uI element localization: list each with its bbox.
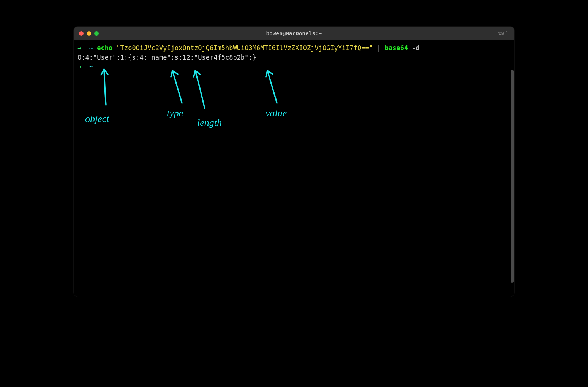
prompt-cwd: ~ [89, 63, 93, 70]
scrollbar[interactable] [509, 41, 514, 296]
command-flag: -d [412, 44, 419, 52]
prompt-arrow-icon: → [77, 44, 81, 52]
traffic-lights [74, 31, 99, 36]
command-base64: base64 [385, 44, 408, 52]
annotation-label: type [167, 108, 183, 119]
annotation-label: value [266, 108, 287, 119]
annotation-type: type [167, 71, 183, 119]
terminal-line: → ~ [77, 62, 511, 71]
tab-shortcut-hint: ⌥⌘1 [498, 30, 509, 37]
annotation-label: object [85, 113, 109, 124]
terminal-window: bowen@MacDonels:~ ⌥⌘1 → ~ echo "Tzo0OiJV… [74, 27, 514, 297]
close-icon[interactable] [79, 31, 84, 36]
annotation-value: value [266, 71, 287, 119]
prompt-arrow-icon: → [77, 63, 81, 70]
output-text: O:4:"User":1:{s:4:"name";s:12:"User4f5c8… [77, 54, 256, 61]
minimize-icon[interactable] [87, 31, 91, 36]
titlebar[interactable]: bowen@MacDonels:~ ⌥⌘1 [74, 27, 514, 40]
pipe-symbol: | [377, 44, 381, 52]
window-title: bowen@MacDonels:~ [74, 30, 514, 36]
annotation-object: object [85, 69, 109, 124]
annotation-label: length [197, 117, 222, 128]
scrollbar-thumb[interactable] [511, 70, 514, 283]
command-echo: echo [97, 44, 112, 52]
terminal-body[interactable]: → ~ echo "Tzo0OiJVc2VyIjoxOntzOjQ6Im5hbW… [74, 40, 514, 297]
terminal-output: O:4:"User":1:{s:4:"name";s:12:"User4f5c8… [77, 53, 511, 62]
prompt-cwd: ~ [89, 44, 93, 52]
maximize-icon[interactable] [94, 31, 99, 36]
command-string-arg: "Tzo0OiJVc2VyIjoxOntzOjQ6Im5hbWUiO3M6MTI… [116, 44, 373, 52]
terminal-line: → ~ echo "Tzo0OiJVc2VyIjoxOntzOjQ6Im5hbW… [77, 43, 511, 53]
annotation-length: length [194, 71, 222, 128]
handwritten-annotations: object type length value [74, 40, 514, 297]
